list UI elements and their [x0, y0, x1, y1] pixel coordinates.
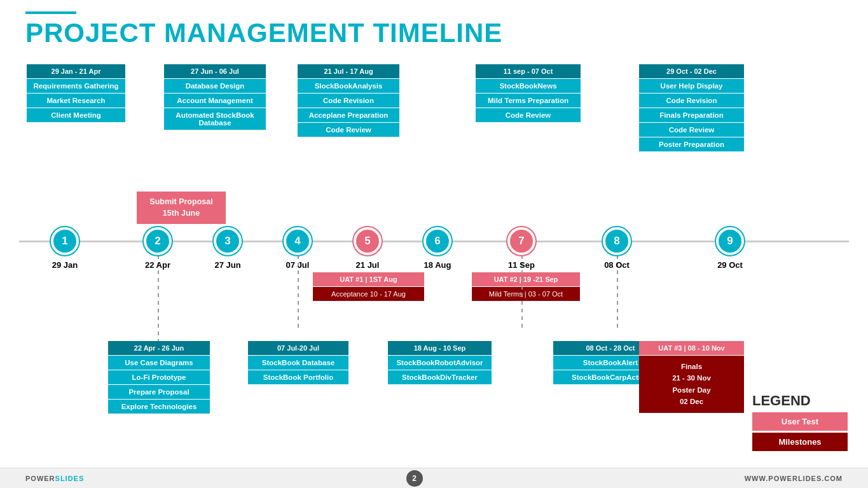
finals-card: Finals21 - 30 NovPoster Day02 Dec [639, 356, 744, 413]
node-label-8: 08 Oct [603, 260, 631, 270]
above-card-item-4-2: Mild Terms Preparation [476, 94, 581, 108]
above-card-col1: 29 Jan - 21 Apr Requirements Gathering M… [27, 64, 125, 122]
below-card-item-2-1: Use Case Diagrams [108, 356, 210, 370]
footer-brand-1: POWER [25, 475, 55, 482]
header-accent-line [25, 11, 76, 14]
below-card-item-2-4: Explore Technologies [108, 400, 210, 414]
node-5: 5 21 Jul [354, 227, 382, 270]
uat-1-label: UAT #1 | 1ST Aug [313, 272, 424, 286]
above-card-item-5-2: Code Revision [639, 94, 744, 108]
above-card-item-5-4: Code Review [639, 123, 744, 137]
above-card-item-5-3: Finals Preparation [639, 108, 744, 122]
dashed-line-2 [158, 255, 159, 354]
above-card-col3: 21 Jul - 17 Aug SlockBookAnalysis Code R… [298, 64, 399, 137]
above-card-item-4-1: StockBookNews [476, 79, 581, 93]
node-label-4: 07 Jul [284, 260, 312, 270]
footer: POWERSLIDES 2 WWW.POWERLIDES.COM [0, 468, 868, 488]
below-card-header-2: 22 Apr - 26 Jun [108, 341, 210, 355]
above-card-header-3: 21 Jul - 17 Aug [298, 64, 399, 78]
node-circle-8: 8 [603, 227, 631, 255]
above-card-item-3-4: Code Review [298, 123, 399, 137]
uat-1-sub: Acceptance 10 - 17 Aug [313, 287, 424, 301]
node-circle-1: 1 [51, 227, 79, 255]
below-card-header-3: 07 Jul-20 Jul [248, 341, 348, 355]
main-content: 29 Jan - 21 Apr Requirements Gathering M… [0, 52, 868, 484]
node-label-9: 29 Oct [716, 260, 744, 270]
uat-1: UAT #1 | 1ST Aug Acceptance 10 - 17 Aug [313, 272, 424, 301]
above-card-item-1-3: Client Meeting [27, 108, 125, 122]
node-circle-9: 9 [716, 227, 744, 255]
below-card-item-2-2: Lo-Fi Prototype [108, 370, 210, 384]
above-card-header-5: 29 Oct - 02 Dec [639, 64, 744, 78]
footer-left: POWERSLIDES [25, 475, 84, 482]
below-card-item-4-2: StockBookDivTracker [388, 370, 492, 384]
above-card-header-1: 29 Jan - 21 Apr [27, 64, 125, 78]
above-card-col2: 27 Jun - 06 Jul Database Design Account … [164, 64, 266, 130]
uat-2-label: UAT #2 | 19 -21 Sep [472, 272, 580, 286]
uat-2-sub: Mild Terms | 03 - 07 Oct [472, 287, 580, 301]
legend-title: LEGEND [752, 393, 848, 409]
below-card-col2: 22 Apr - 26 Jun Use Case Diagrams Lo-Fi … [108, 341, 210, 414]
node-label-2: 22 Apr [144, 260, 172, 270]
node-8: 8 08 Oct [603, 227, 631, 270]
header: PROJECT MANAGEMENT TIMELINE [0, 0, 868, 48]
below-card-item-2-3: Prepare Proposal [108, 385, 210, 399]
below-card-header-4: 18 Aug - 10 Sep [388, 341, 492, 355]
legend-milestones: Milestones [752, 433, 848, 451]
node-circle-7: 7 [507, 227, 535, 255]
node-label-3: 27 Jun [214, 260, 242, 270]
above-card-item-3-2: Code Revision [298, 94, 399, 108]
footer-brand-2: SLIDES [55, 475, 85, 482]
above-card-item-2-1: Database Design [164, 79, 266, 93]
page-title: PROJECT MANAGEMENT TIMELINE [25, 18, 843, 48]
above-card-item-5-5: Poster Preparation [639, 137, 744, 151]
above-card-item-1-2: Market Research [27, 94, 125, 108]
legend: LEGEND User Test Milestones [752, 393, 848, 451]
title-part1: PROJECT MANAGEMENT [25, 18, 365, 48]
node-4: 4 07 Jul [284, 227, 312, 270]
milestone-card: Submit Proposal15th June [137, 192, 226, 224]
title-part2: TIMELINE [373, 18, 502, 48]
above-card-item-2-2: Account Management [164, 94, 266, 108]
below-card-col6: UAT #3 | 08 - 10 Nov Finals21 - 30 NovPo… [639, 341, 744, 413]
node-label-5: 21 Jul [354, 260, 382, 270]
uat-3-label: UAT #3 | 08 - 10 Nov [639, 341, 744, 355]
below-card-col3: 07 Jul-20 Jul StockBook Database StockBo… [248, 341, 348, 384]
node-circle-6: 6 [424, 227, 451, 255]
node-label-6: 18 Aug [424, 260, 451, 270]
above-card-item-2-3: Automated StockBook Database [164, 108, 266, 130]
node-2: 2 22 Apr [144, 227, 172, 270]
uat-2: UAT #2 | 19 -21 Sep Mild Terms | 03 - 07… [472, 272, 580, 301]
node-label-7: 11 Sep [507, 260, 535, 270]
below-card-item-4-1: StockBookRobotAdvisor [388, 356, 492, 370]
above-card-header-4: 11 sep - 07 Oct [476, 64, 581, 78]
below-card-item-3-1: StockBook Database [248, 356, 348, 370]
above-card-item-3-1: SlockBookAnalysis [298, 79, 399, 93]
node-circle-5: 5 [354, 227, 382, 255]
node-circle-3: 3 [214, 227, 242, 255]
node-3: 3 27 Jun [214, 227, 242, 270]
above-card-header-2: 27 Jun - 06 Jul [164, 64, 266, 78]
below-card-col4: 18 Aug - 10 Sep StockBookRobotAdvisor St… [388, 341, 492, 384]
node-circle-4: 4 [284, 227, 312, 255]
above-card-item-5-1: User Help Display [639, 79, 744, 93]
above-card-item-4-3: Code Review [476, 108, 581, 122]
above-card-col5: 29 Oct - 02 Dec User Help Display Code R… [639, 64, 744, 151]
above-card-item-1-1: Requirements Gathering [27, 79, 125, 93]
node-label-1: 29 Jan [51, 260, 79, 270]
footer-page: 2 [406, 470, 423, 487]
node-7: 7 11 Sep [507, 227, 535, 270]
node-6: 6 18 Aug [424, 227, 451, 270]
above-card-item-3-3: Acceplane Preparation [298, 108, 399, 122]
legend-user-test: User Test [752, 412, 848, 431]
below-card-item-3-2: StockBook Portfolio [248, 370, 348, 384]
above-card-col4: 11 sep - 07 Oct StockBookNews Mild Terms… [476, 64, 581, 122]
node-circle-2: 2 [144, 227, 172, 255]
footer-right: WWW.POWERLIDES.COM [745, 475, 843, 482]
node-1: 1 29 Jan [51, 227, 79, 270]
node-9: 9 29 Oct [716, 227, 744, 270]
